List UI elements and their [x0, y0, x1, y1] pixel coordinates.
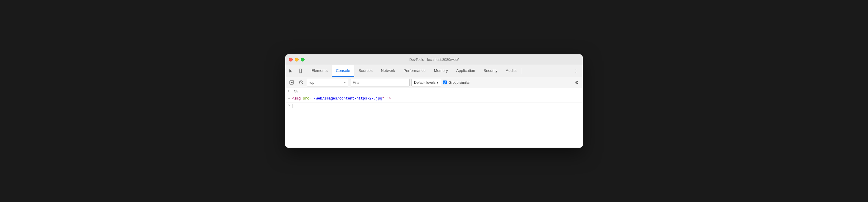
- console-return-arrow: ←: [288, 97, 290, 101]
- svg-marker-3: [291, 81, 293, 83]
- filter-input[interactable]: [350, 79, 410, 87]
- console-cursor: [292, 104, 292, 108]
- svg-point-1: [300, 72, 301, 72]
- maximize-button[interactable]: [301, 58, 305, 62]
- tab-elements[interactable]: Elements: [307, 65, 332, 77]
- console-html-output: <img src="/web/images/content-https-2x.j…: [292, 97, 391, 101]
- minimize-button[interactable]: [295, 58, 299, 62]
- console-area: > $0 ← <img src="/web/images/content-htt…: [285, 88, 583, 148]
- cursor-icon: [288, 69, 293, 73]
- clear-icon: [299, 80, 303, 85]
- clear-log-button[interactable]: [297, 79, 305, 87]
- console-toolbar: top ▾ Default levels ▾ Group similar ⚙: [285, 77, 583, 88]
- devtools-body: Elements Console Sources Network Perform…: [285, 65, 583, 148]
- tab-divider: [522, 68, 522, 74]
- run-script-button[interactable]: [288, 79, 296, 87]
- group-similar-checkbox[interactable]: [443, 80, 447, 85]
- tab-performance[interactable]: Performance: [399, 65, 430, 77]
- levels-button[interactable]: Default levels ▾: [411, 79, 441, 87]
- console-attr-src: src=: [303, 97, 311, 101]
- close-button[interactable]: [289, 58, 293, 62]
- console-prompt-1: >: [288, 90, 292, 93]
- tabs-bar: Elements Console Sources Network Perform…: [285, 65, 583, 77]
- console-tag-end: >: [389, 97, 391, 101]
- group-similar-label: Group similar: [448, 80, 470, 85]
- console-line-2: ← <img src="/web/images/content-https-2x…: [285, 95, 583, 102]
- tab-memory[interactable]: Memory: [430, 65, 452, 77]
- svg-line-5: [300, 81, 303, 84]
- context-selector[interactable]: top ▾: [307, 79, 348, 87]
- tab-console[interactable]: Console: [332, 65, 354, 77]
- console-input-line[interactable]: >: [285, 102, 583, 109]
- console-dollar-output: $0: [294, 90, 298, 94]
- tab-application[interactable]: Application: [452, 65, 479, 77]
- console-tag-open: <img: [292, 97, 301, 101]
- tab-sources[interactable]: Sources: [354, 65, 377, 77]
- settings-icon: ⚙: [575, 80, 579, 85]
- mobile-icon-button[interactable]: [296, 67, 305, 75]
- console-input-prompt: >: [288, 104, 290, 108]
- console-line-1: > $0: [285, 88, 583, 95]
- context-arrow-icon: ▾: [344, 81, 346, 84]
- tab-network[interactable]: Network: [377, 65, 400, 77]
- cursor-icon-button[interactable]: [286, 67, 296, 75]
- mobile-icon: [298, 69, 303, 73]
- window-title: DevTools - localhost:8080/web/: [409, 58, 459, 62]
- console-settings-button[interactable]: ⚙: [572, 79, 580, 87]
- console-attr-quote-close: ": [382, 97, 384, 101]
- run-icon: [289, 80, 294, 85]
- levels-arrow-icon: ▾: [437, 80, 438, 85]
- group-similar-container: Group similar: [443, 80, 470, 85]
- tab-audits[interactable]: Audits: [501, 65, 521, 77]
- devtools-window: DevTools - localhost:8080/web/: [285, 54, 583, 148]
- console-link[interactable]: /web/images/content-https-2x.jpg: [313, 97, 382, 101]
- tab-security[interactable]: Security: [479, 65, 501, 77]
- traffic-lights: [289, 58, 305, 62]
- titlebar: DevTools - localhost:8080/web/: [285, 54, 583, 65]
- more-tabs-button[interactable]: ⋮: [571, 67, 580, 75]
- tab-icons: [286, 67, 305, 75]
